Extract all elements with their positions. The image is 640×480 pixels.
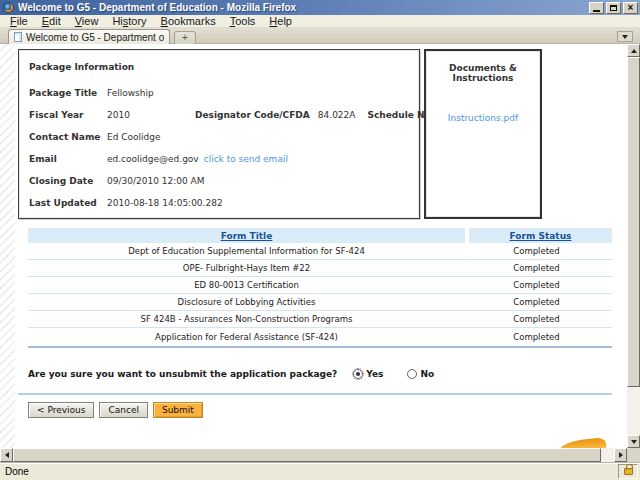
form-status-cell: Completed [465,260,608,276]
form-row: SF 424B - Assurances Non-Construction Pr… [28,311,612,328]
form-status-cell: Completed [465,277,608,293]
form-status-header-cell: Form Status [469,228,612,243]
restore-icon [610,5,617,11]
radio-label: No [420,369,434,379]
menu-help[interactable]: Help [262,15,299,28]
closing-date-value: 09/30/2010 12:00 AM [107,176,204,186]
form-row: Disclosure of Lobbying ActivitiesComplet… [28,294,612,311]
button-row: < Previous Cancel Submit [28,402,203,418]
scrollbar-corner [627,448,640,462]
page-content: Package Information Package Title Fellow… [0,44,627,448]
forms-table-body: Dept of Education Supplemental Informati… [28,243,612,345]
form-row: Application for Federal Assistance (SF-4… [28,328,612,345]
closing-date-label: Closing Date [29,176,107,186]
form-status-cell: Completed [465,328,608,345]
form-title-header-cell: Form Title [28,228,465,243]
tab-label: Welcome to G5 - Department of Edu... [26,32,164,43]
email-row: Email ed.coolidge@ed.gov click to send e… [29,148,419,170]
package-info-panel: Package Information Package Title Fellow… [18,49,420,219]
list-all-tabs-button[interactable] [617,31,633,42]
form-title-cell: SF 424B - Assurances Non-Construction Pr… [28,311,465,327]
menu-view[interactable]: View [68,15,106,28]
confirm-question-row: Are you sure you want to unsubmit the ap… [28,366,458,382]
form-row: ED 80-0013 CertificationCompleted [28,277,612,294]
menu-file[interactable]: File [3,15,35,28]
scroll-right-button[interactable] [614,448,627,462]
arrow-left-icon [5,452,9,458]
email-label: Email [29,154,107,164]
arrow-down-icon [631,440,637,444]
form-row: Dept of Education Supplemental Informati… [28,243,612,260]
contact-name-row: Contact Name Ed Coolidge [29,126,419,148]
previous-button[interactable]: < Previous [28,402,94,418]
designator-code-value: 84.022A [318,110,356,120]
new-tab-button[interactable]: + [174,31,196,44]
scroll-left-button[interactable] [0,448,13,462]
status-bar: Done [0,462,640,480]
security-lock-icon[interactable] [624,468,633,475]
contact-name-value: Ed Coolidge [107,132,161,142]
submit-button[interactable]: Submit [153,402,203,418]
radio-option-no[interactable]: No [407,369,434,379]
forms-table-header: Form Title Form Status [28,228,612,243]
menu-bar: FileEditViewHistoryBookmarksToolsHelp [0,15,640,28]
documents-instructions-panel: Documents & Instructions Instructions.pd… [424,49,542,219]
confirm-question: Are you sure you want to unsubmit the ap… [28,369,337,379]
send-email-link[interactable]: click to send email [204,154,288,164]
last-updated-row: Last Updated 2010-08-18 14:05:00.282 [29,192,419,214]
tab-welcome-g5[interactable]: Welcome to G5 - Department of Edu... [8,29,170,44]
vertical-scrollbar[interactable] [627,44,640,448]
window-title: Welcome to G5 - Department of Education … [18,2,589,13]
form-title-cell: OPE- Fulbright-Hays Item #22 [28,260,465,276]
menu-history[interactable]: History [105,15,153,28]
email-value: ed.coolidge@ed.gov [107,154,199,164]
fiscal-year-value: 2010 [107,110,195,120]
form-status-cell: Completed [465,311,608,327]
browser-viewport: Package Information Package Title Fellow… [0,44,640,448]
forms-table: Form Title Form Status Dept of Education… [28,228,612,348]
arrow-up-icon [631,49,637,53]
scroll-down-button[interactable] [627,435,640,448]
last-updated-label: Last Updated [29,198,107,208]
last-updated-value: 2010-08-18 14:05:00.282 [107,198,223,208]
horizontal-scrollbar[interactable] [0,448,627,462]
window-controls: × [589,2,638,14]
form-status-sort-link[interactable]: Form Status [510,231,572,241]
horizontal-scrollbar-row [0,448,640,462]
designator-code-label: Designator Code/CFDA [195,110,310,120]
close-icon: × [628,3,634,13]
package-title-label: Package Title [29,88,107,98]
radio-unselected-icon[interactable] [407,369,417,379]
title-bar[interactable]: Welcome to G5 - Department of Education … [0,0,640,15]
minimize-button[interactable] [589,2,604,14]
menu-edit[interactable]: Edit [35,15,68,28]
confirm-options: YesNo [353,369,458,379]
radio-selected-icon[interactable] [353,369,363,379]
radio-option-yes[interactable]: Yes [353,369,383,379]
horizontal-scrollbar-thumb[interactable] [13,448,601,462]
security-status-cell [618,464,638,479]
form-row: OPE- Fulbright-Hays Item #22Completed [28,260,612,277]
chevron-down-icon [622,35,628,39]
fiscal-year-row: Fiscal Year 2010 Designator Code/CFDA 84… [29,104,419,126]
schedule-no-label: Schedule No [367,110,430,120]
form-title-cell: Dept of Education Supplemental Informati… [28,243,465,259]
documents-heading: Documents & Instructions [426,63,540,83]
vertical-scrollbar-thumb[interactable] [627,57,640,387]
package-title-row: Package Title Fellowship [29,82,419,104]
radio-label: Yes [366,369,383,379]
form-title-cell: Application for Federal Assistance (SF-4… [28,328,465,345]
scroll-up-button[interactable] [627,44,640,57]
form-title-sort-link[interactable]: Form Title [221,231,273,241]
close-button[interactable]: × [623,2,638,14]
instructions-pdf-link[interactable]: Instructions.pdf [426,113,540,123]
form-title-cell: ED 80-0013 Certification [28,277,465,293]
cancel-button[interactable]: Cancel [99,402,148,418]
tab-bar: Welcome to G5 - Department of Edu... + [0,28,640,44]
form-title-cell: Disclosure of Lobbying Activities [28,294,465,310]
closing-date-row: Closing Date 09/30/2010 12:00 AM [29,170,419,192]
firefox-window: Welcome to G5 - Department of Education … [0,0,640,480]
menu-bookmarks[interactable]: Bookmarks [154,15,223,28]
restore-button[interactable] [606,2,621,14]
menu-tools[interactable]: Tools [223,15,263,28]
